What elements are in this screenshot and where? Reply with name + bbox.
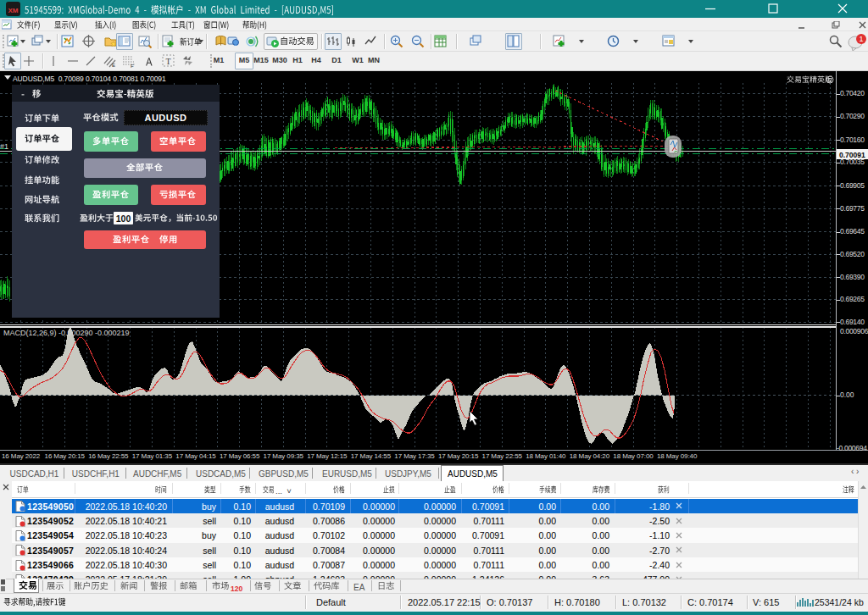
svg-text:XM: XM — [8, 7, 19, 14]
svg-text:F: F — [131, 64, 134, 68]
svg-text:1: 1 — [859, 35, 863, 43]
svg-text:E: E — [112, 63, 115, 68]
svg-text:T: T — [165, 57, 170, 66]
